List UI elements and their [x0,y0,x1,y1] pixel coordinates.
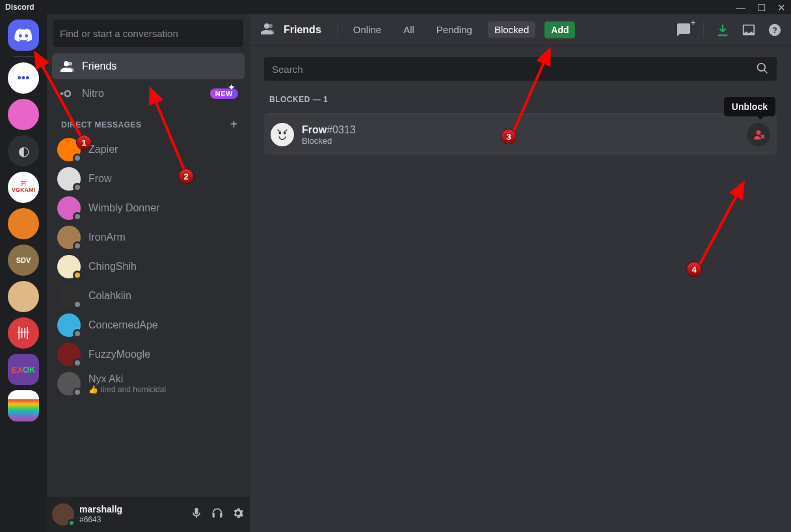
blocked-user-row[interactable]: Frow#0313 Blocked Unblock [264,113,777,155]
dm-name: Colahkiin [88,290,131,302]
user-name: marshallg [79,504,122,515]
create-dm-button[interactable]: + [230,117,238,132]
blocked-section-header: BLOCKED — 1 [269,95,777,104]
blocked-user-avatar [271,123,294,146]
svg-point-6 [273,125,292,144]
annotation-marker: 2 [178,168,194,184]
annotation-marker: 4 [686,261,702,277]
window-close-icon[interactable]: ✕ [777,3,786,12]
dm-item[interactable]: Colahkiin [52,282,245,310]
tab-blocked[interactable]: Blocked [488,21,535,38]
server-item[interactable]: 卌 [8,317,39,349]
tab-online[interactable]: Online [347,21,388,38]
dm-item[interactable]: Wimbly Donner [52,194,245,222]
unblock-tooltip: Unblock [724,97,775,116]
window-titlebar: Discord ― ☐ ✕ [0,0,791,14]
server-item[interactable]: ⛩VGKAMI [8,172,39,203]
settings-gear-icon[interactable] [232,507,245,523]
blocked-user-name: Frow#0313 [302,124,356,136]
tab-all[interactable]: All [397,21,421,38]
dm-item[interactable]: FuzzyMoogle [52,340,245,369]
dm-name: Frow [88,173,112,185]
window-maximize-icon[interactable]: ☐ [757,3,766,12]
dm-item[interactable]: IronArm [52,223,245,252]
discord-logo-icon [14,29,33,42]
dm-item[interactable]: ChingShih [52,252,245,281]
nitro-icon [59,86,74,101]
server-item[interactable]: EXOK [8,354,39,385]
annotation-marker: 3 [501,129,516,144]
svg-text:?: ? [772,25,777,34]
window-minimize-icon[interactable]: ― [736,3,745,12]
help-icon[interactable]: ? [768,23,782,37]
blocked-user-status: Blocked [302,136,356,146]
search-input[interactable]: Search [264,57,777,81]
user-tag: #6643 [79,515,122,524]
nitro-nav-label: Nitro [82,88,104,100]
svg-point-7 [278,132,281,135]
dm-name: Wimbly Donner [88,202,159,214]
dm-sidebar: Find or start a conversation Friends Nit… [47,14,250,532]
app-frame: ••• ◐ ⛩VGKAMI SDV 卌 EXOK Find or start a… [0,14,791,532]
find-conversation-placeholder: Find or start a conversation [60,28,178,39]
topbar-divider [703,22,704,38]
search-icon [756,62,769,77]
dm-section-header: DIRECT MESSAGES + [52,108,245,135]
annotation-marker: 1 [76,135,92,150]
add-friend-button[interactable]: Add [544,21,575,38]
dm-status-text: 👍 tired and homicidal [88,385,166,394]
dm-item[interactable]: Frow [52,165,245,193]
svg-point-8 [284,132,286,135]
friends-header-icon [259,21,275,39]
dm-name: Zapier [88,144,118,155]
server-item[interactable]: ••• [8,62,39,94]
server-item[interactable] [8,99,39,130]
nitro-nav-item[interactable]: Nitro NEW ✦ [52,81,245,107]
friends-nav-label: Friends [82,60,116,72]
svg-rect-2 [60,92,64,95]
server-item[interactable] [8,390,39,421]
server-rail-divider [13,56,34,57]
dm-name: ChingShih [88,261,137,273]
friends-topbar: Friends Online All Pending Blocked Add ? [250,14,791,46]
tab-pending[interactable]: Pending [430,21,479,38]
inbox-icon[interactable] [742,23,756,37]
home-button[interactable] [8,20,39,51]
dm-name: IronArm [88,232,126,243]
unblock-button[interactable]: Unblock [747,123,770,146]
dm-name: Nyx Aki [88,373,166,385]
deafen-headphones-icon[interactable] [211,507,224,523]
server-item[interactable] [8,208,39,239]
server-item[interactable] [8,281,39,312]
find-conversation-button[interactable]: Find or start a conversation [53,20,243,47]
user-avatar[interactable] [52,503,74,525]
friends-nav-item[interactable]: Friends [52,53,245,79]
download-icon[interactable] [716,23,730,37]
user-name-block[interactable]: marshallg #6643 [79,504,122,524]
topbar-divider [337,22,338,38]
main-panel: Friends Online All Pending Blocked Add ?… [250,14,791,532]
server-rail: ••• ◐ ⛩VGKAMI SDV 卌 EXOK [0,14,47,532]
dm-name: ConcernedApe [88,319,158,331]
dm-item[interactable]: Nyx Aki👍 tired and homicidal [52,369,245,398]
friends-header-title: Friends [284,24,321,36]
dm-name: FuzzyMoogle [88,349,150,360]
user-panel: marshallg #6643 [47,497,250,532]
svg-point-5 [758,63,766,71]
dm-item[interactable]: ConcernedApe [52,311,245,339]
search-placeholder: Search [272,64,303,75]
server-item[interactable]: ◐ [8,135,39,166]
svg-point-1 [66,92,70,96]
dm-section-label: DIRECT MESSAGES [61,120,142,129]
friends-content: Search BLOCKED — 1 Frow#0313 Blocked Unb… [250,46,791,532]
new-group-dm-icon[interactable] [676,22,691,38]
mute-mic-icon[interactable] [190,507,203,523]
server-item[interactable]: SDV [8,245,39,276]
app-title: Discord [5,3,34,12]
friends-icon [59,59,74,74]
sparkle-icon: ✦ [228,82,235,92]
